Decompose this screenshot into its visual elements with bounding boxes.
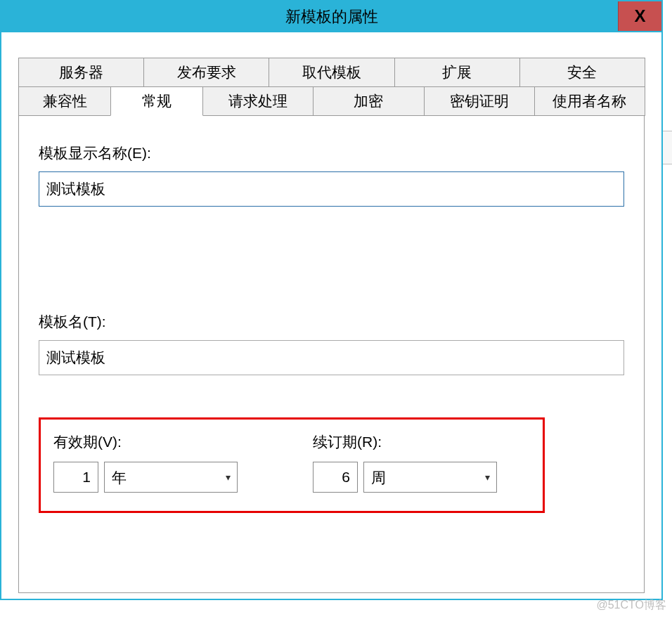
tab-security[interactable]: 安全: [519, 58, 645, 87]
tab-supersede-template[interactable]: 取代模板: [269, 58, 394, 87]
dialog-window: 新模板的属性 X 服务器 发布要求 取代模板 扩展 安全 兼容性 常规 请求处理…: [0, 0, 663, 600]
tab-key-attestation[interactable]: 密钥证明: [424, 86, 535, 116]
validity-value-input[interactable]: [53, 462, 98, 493]
tab-request-handling[interactable]: 请求处理: [202, 86, 314, 116]
titlebar: 新模板的属性 X: [1, 1, 661, 32]
window-title: 新模板的属性: [285, 6, 378, 27]
close-button[interactable]: X: [618, 1, 661, 31]
tab-server[interactable]: 服务器: [18, 58, 144, 87]
display-name-label: 模板显示名称(E):: [39, 143, 624, 163]
tab-panel-general: 模板显示名称(E): 模板名(T): 有效期(V): 年: [18, 115, 645, 593]
period-highlight-box: 有效期(V): 年 ▾ 续订期(R):: [39, 417, 545, 513]
tab-row-top: 服务器 发布要求 取代模板 扩展 安全: [18, 58, 645, 87]
side-strip: [663, 131, 672, 164]
renewal-label: 续订期(R):: [313, 432, 530, 452]
tab-subject-name[interactable]: 使用者名称: [534, 86, 645, 116]
validity-unit-select[interactable]: 年: [104, 462, 238, 493]
display-name-input[interactable]: [39, 171, 624, 207]
watermark: @51CTO博客: [596, 598, 666, 613]
close-icon: X: [634, 6, 645, 26]
validity-group: 有效期(V): 年 ▾: [53, 432, 271, 493]
renewal-unit-select[interactable]: 周: [363, 462, 497, 493]
tab-row-bottom: 兼容性 常规 请求处理 加密 密钥证明 使用者名称: [18, 87, 645, 116]
template-name-input[interactable]: [39, 340, 624, 375]
tab-general[interactable]: 常规: [110, 86, 203, 116]
template-name-label: 模板名(T):: [39, 312, 624, 332]
renewal-value-input[interactable]: [313, 462, 358, 493]
tab-extensions[interactable]: 扩展: [394, 58, 520, 87]
content-area: 服务器 发布要求 取代模板 扩展 安全 兼容性 常规 请求处理 加密 密钥证明 …: [1, 32, 661, 593]
renewal-group: 续订期(R): 周 ▾: [313, 432, 530, 493]
tab-publish-requirements[interactable]: 发布要求: [143, 58, 269, 87]
tab-cryptography[interactable]: 加密: [313, 86, 424, 116]
validity-label: 有效期(V):: [53, 432, 271, 452]
tab-compatibility[interactable]: 兼容性: [18, 86, 111, 116]
